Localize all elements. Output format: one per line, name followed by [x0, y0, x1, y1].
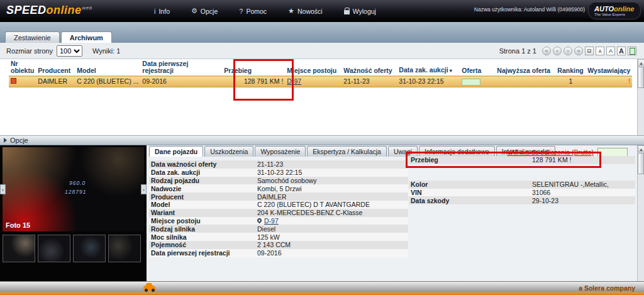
- detail-value: 204 K-MERCEDES-BENZ C-Klasse: [257, 209, 362, 216]
- photo-caption: Foto 15: [6, 221, 30, 229]
- font-size-3-icon[interactable]: A: [617, 47, 626, 55]
- object-marker-icon: [11, 78, 16, 84]
- detail-value-text: C 220 (BLUETEC) D T AVANTGARDE: [257, 201, 370, 208]
- gear-icon: ⚙: [191, 7, 197, 15]
- nav-item-pomoc[interactable]: ?Pomoc: [239, 8, 267, 15]
- options-label: Opcje: [10, 136, 28, 144]
- photo-prev-icon[interactable]: ‹: [0, 184, 6, 194]
- photo-thumbnail-4[interactable]: [108, 235, 141, 262]
- tab-zestawienie[interactable]: Zestawienie: [5, 31, 60, 43]
- detail-row: ProducentDAIMLER: [149, 192, 408, 201]
- detail-label: Producent: [149, 193, 257, 201]
- detail-row: NadwozieKombi, 5 Drzwi: [149, 184, 408, 192]
- font-size-1-icon[interactable]: A: [596, 47, 604, 55]
- location-link[interactable]: D-97: [287, 77, 301, 85]
- column-header-3[interactable]: Data pierwszej rejestracji: [140, 59, 222, 76]
- detail-row: ModelC 220 (BLUETEC) D T AVANTGARDE: [149, 201, 408, 209]
- logo-online: online: [47, 4, 82, 16]
- detail-value: 2 143 CCM: [257, 241, 291, 248]
- column-header-7[interactable]: Data zak. aukcji ▾: [397, 59, 460, 76]
- detail-value-text: 09-2016: [257, 249, 282, 257]
- detail-row: Rodzaj silnikaDiesel: [149, 225, 408, 233]
- table-view-icon[interactable]: [585, 47, 594, 55]
- detail-tab-4[interactable]: Uwagi: [388, 146, 418, 157]
- last-page-icon[interactable]: »: [574, 47, 583, 55]
- detail-value: 29-10-23: [532, 197, 558, 204]
- next-page-icon[interactable]: ›: [564, 47, 572, 55]
- column-header-8[interactable]: Oferta: [460, 59, 495, 76]
- results-scrollbar[interactable]: ▲: [637, 59, 644, 135]
- column-header-4[interactable]: Przebieg: [222, 59, 285, 76]
- detail-value-text: Diesel: [257, 225, 275, 233]
- help-icon: ?: [239, 8, 243, 15]
- scroll-up-icon[interactable]: ▲: [638, 59, 644, 66]
- nav-label: Info: [158, 8, 170, 15]
- result-cell-6: 21-11-23: [341, 76, 397, 87]
- details-table-right: Przebieg128 791 KM !KolorSELENITGRAU -,M…: [409, 156, 635, 204]
- detail-label: Data pierwszej rejestracji: [149, 249, 257, 257]
- car-wheel: [145, 289, 148, 292]
- result-cell-7: 31-10-23 22:15: [397, 76, 460, 87]
- detail-value: D-97: [257, 217, 279, 225]
- detail-tab-2[interactable]: Wyposażenie: [255, 146, 306, 157]
- car-wheel: [152, 289, 155, 292]
- scroll-up-icon[interactable]: ▲: [638, 145, 644, 152]
- photo-next-icon[interactable]: ›: [141, 184, 147, 194]
- column-header-1[interactable]: Producent: [36, 59, 75, 76]
- photo-thumbnail-2[interactable]: [38, 235, 70, 262]
- detail-tab-0[interactable]: Dane pojazdu: [149, 146, 203, 157]
- nav-item-opcje[interactable]: ⚙Opcje: [191, 7, 218, 15]
- vat-input[interactable]: [597, 148, 628, 157]
- detail-value-text[interactable]: D-97: [264, 217, 279, 225]
- results-toolbar: Rozmiar strony 100 Wyniki: 1 Strona 1 z …: [0, 43, 644, 59]
- page-indicator: Strona 1 z 1: [499, 47, 536, 55]
- autoonline-brand-badge: AUTOonline The Value Experts: [588, 2, 641, 19]
- photo-thumbnails: [3, 235, 141, 262]
- photo-panel: 960.0 128791 Foto 15 ‹ ›: [0, 145, 147, 281]
- detail-label: Rodzaj pojazdu: [149, 177, 257, 184]
- expand-arrow-icon: [4, 138, 7, 143]
- result-cell-8: [460, 76, 495, 87]
- vehicle-photo[interactable]: 960.0 128791 Foto 15: [3, 147, 144, 231]
- nav-item-nowosci[interactable]: ★Nowości: [288, 7, 323, 15]
- column-header-6[interactable]: Ważność oferty: [341, 59, 397, 76]
- column-header-0[interactable]: Nr obiektu: [9, 59, 36, 76]
- export-icon[interactable]: [628, 47, 636, 55]
- result-cell-9: [495, 76, 555, 87]
- column-header-5[interactable]: Miejsce postoju: [285, 59, 341, 76]
- sort-caret-icon: ▾: [448, 68, 452, 74]
- results-count-label: Wyniki: 1: [92, 47, 121, 55]
- detail-tab-5[interactable]: Informacje dodatkowe: [419, 146, 495, 157]
- result-row[interactable]: DAIMLERC 220 (BLUETEC) ...09-2016128 791…: [9, 76, 632, 87]
- detail-row: Pojemność2 143 CCM: [149, 241, 408, 249]
- lock-icon: [344, 10, 350, 14]
- detail-value: Samochód osobowy: [257, 177, 317, 184]
- offer-input-box[interactable]: [462, 79, 480, 86]
- first-page-icon[interactable]: «: [542, 47, 551, 55]
- location-pin-icon: [257, 218, 263, 224]
- top-bar: SPEEDonlineweb iInfo⚙Opcje?Pomoc★Nowości…: [0, 0, 644, 22]
- options-divider-bar[interactable]: Opcje: [0, 135, 644, 145]
- nav-label: Pomoc: [246, 8, 267, 15]
- result-cell-4: 128 791 KM !: [222, 76, 285, 87]
- detail-tab-1[interactable]: Uszkodzenia: [204, 146, 253, 157]
- photo-thumbnail-1[interactable]: [3, 235, 35, 262]
- scrollbar-thumb[interactable]: [638, 153, 644, 174]
- column-header-11[interactable]: Wystawiający: [586, 59, 632, 76]
- column-header-10[interactable]: Ranking: [555, 59, 586, 76]
- column-header-2[interactable]: Model: [75, 59, 140, 76]
- prev-page-icon[interactable]: ‹: [553, 47, 562, 55]
- page-size-select[interactable]: 100: [57, 45, 82, 57]
- nav-item-info[interactable]: iInfo: [154, 8, 170, 15]
- vat-label: VAT nie do odliczenia (Brutto): [507, 148, 594, 156]
- nav-item-wyloguj[interactable]: Wyloguj: [344, 8, 376, 15]
- scrollbar-thumb[interactable]: [638, 67, 644, 88]
- lower-section: 960.0 128791 Foto 15 ‹ › Dane pojazduUsz…: [0, 145, 644, 281]
- column-header-9[interactable]: Najwyższa oferta: [495, 59, 555, 76]
- detail-tab-3[interactable]: Ekspertyza / Kalkulacja: [307, 146, 387, 157]
- details-scrollbar[interactable]: ▲: [637, 145, 644, 281]
- photo-thumbnail-3[interactable]: [73, 235, 106, 262]
- detail-value-text: 31066: [532, 189, 550, 196]
- font-size-2-icon[interactable]: A: [606, 47, 615, 55]
- tab-archiwum[interactable]: Archiwum: [61, 31, 112, 43]
